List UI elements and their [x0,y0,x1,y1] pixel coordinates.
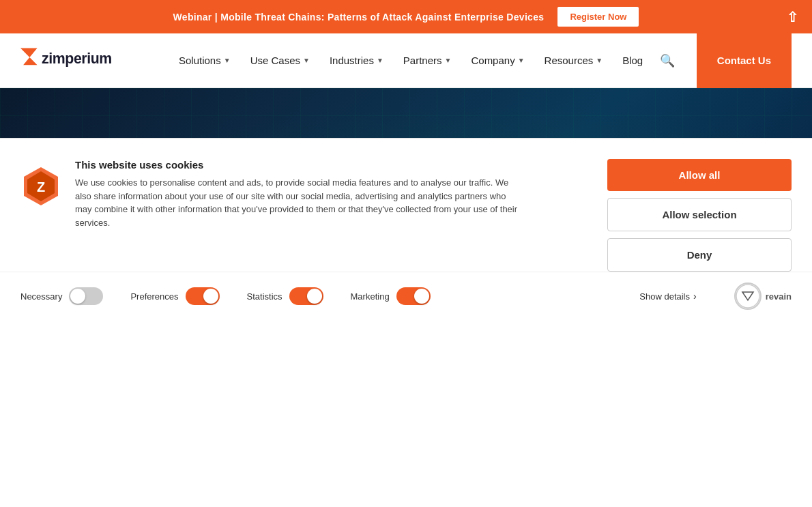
contact-button[interactable]: Contact Us [697,33,792,88]
toggle-necessary: Necessary [20,287,103,305]
allow-all-button[interactable]: Allow all [607,159,792,191]
toggle-marketing: Marketing [351,287,431,305]
cookie-title: This website uses cookies [75,159,594,171]
cookie-bar: Z This website uses cookies We use cooki… [0,138,812,272]
cookie-content: This website uses cookies We use cookies… [75,159,594,229]
toggle-statistics-label: Statistics [247,291,282,302]
toggle-statistics-switch[interactable] [289,287,323,305]
cookie-toggles-row: Necessary Preferences Statistics [0,272,812,320]
toggle-preferences-switch[interactable] [186,287,220,305]
revain-logo: revain [734,283,792,310]
toggle-preferences: Preferences [130,287,219,305]
chevron-down-icon: ▼ [377,57,383,64]
toggle-statistics: Statistics [247,287,323,305]
chevron-down-icon: ▼ [224,57,231,64]
chevron-down-icon: ▼ [303,57,310,64]
search-icon[interactable]: 🔍 [654,48,680,74]
deny-button[interactable]: Deny [607,238,792,272]
chevron-right-icon: › [693,291,697,302]
nav-item-resources[interactable]: Resources ▼ [536,49,611,72]
svg-marker-0 [20,48,38,65]
svg-text:zimperium: zimperium [42,50,112,66]
chevron-down-icon: ▼ [518,57,525,64]
toggle-marketing-label: Marketing [351,291,390,302]
chevron-down-icon: ▼ [596,57,603,64]
navbar: zimperium Solutions ▼ Use Cases ▼ Indust… [0,33,812,88]
banner-up-arrow-icon[interactable]: ⇧ [787,9,798,25]
nav-item-partners[interactable]: Partners ▼ [395,49,460,72]
top-banner: Webinar | Mobile Threat Chains: Patterns… [0,0,812,33]
nav-item-company[interactable]: Company ▼ [463,49,532,72]
cookie-description: We use cookies to personalise content an… [75,176,519,229]
revain-icon [734,283,762,310]
nav-item-use-cases[interactable]: Use Cases ▼ [242,49,318,72]
cookie-overlay: Z This website uses cookies We use cooki… [0,138,812,320]
toggle-necessary-switch[interactable] [69,287,103,305]
revain-text: revain [766,291,792,302]
chevron-down-icon: ▼ [445,57,452,64]
show-details-link[interactable]: Show details › [639,291,696,302]
toggle-marketing-switch[interactable] [396,287,431,305]
register-button[interactable]: Register Now [557,7,639,27]
nav-links: Solutions ▼ Use Cases ▼ Industries ▼ Par… [171,48,690,74]
cookie-logo: Z [20,166,61,207]
banner-text: Webinar | Mobile Threat Chains: Patterns… [173,12,545,23]
svg-text:Z: Z [37,179,45,194]
nav-item-solutions[interactable]: Solutions ▼ [171,49,239,72]
svg-point-20 [736,285,759,308]
nav-item-industries[interactable]: Industries ▼ [321,49,392,72]
cookie-buttons: Allow all Allow selection Deny [607,159,792,272]
toggle-necessary-label: Necessary [20,291,62,302]
nav-item-blog[interactable]: Blog [614,49,651,72]
logo[interactable]: zimperium [20,44,143,78]
toggle-preferences-label: Preferences [130,291,178,302]
allow-selection-button[interactable]: Allow selection [607,198,792,231]
